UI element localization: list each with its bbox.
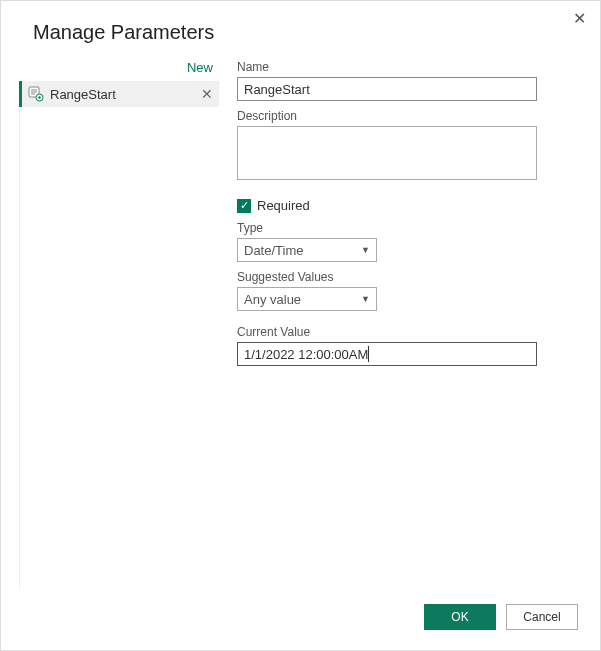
svg-point-5 (38, 96, 41, 99)
sidebar-filler (19, 107, 219, 588)
dialog-body: New RangeStart ✕ Name (19, 58, 582, 588)
suggested-values-value: Any value (244, 292, 301, 307)
name-input[interactable] (237, 77, 537, 101)
required-label: Required (257, 198, 310, 213)
type-label: Type (237, 221, 582, 235)
suggested-values-select[interactable]: Any value ▼ (237, 287, 377, 311)
chevron-down-icon: ▼ (361, 245, 370, 255)
type-value: Date/Time (244, 243, 303, 258)
current-value-text: 1/1/2022 12:00:00AM (244, 347, 368, 362)
type-select[interactable]: Date/Time ▼ (237, 238, 377, 262)
name-label: Name (237, 60, 582, 74)
parameter-item-label: RangeStart (50, 87, 195, 102)
required-checkbox[interactable]: ✓ (237, 199, 251, 213)
required-row: ✓ Required (237, 198, 582, 213)
dialog-title: Manage Parameters (33, 21, 582, 44)
delete-icon[interactable]: ✕ (201, 86, 213, 102)
cancel-button[interactable]: Cancel (506, 604, 578, 630)
suggested-values-label: Suggested Values (237, 270, 582, 284)
description-label: Description (237, 109, 582, 123)
current-value-input[interactable]: 1/1/2022 12:00:00AM (237, 342, 537, 366)
new-link[interactable]: New (19, 58, 219, 81)
parameter-icon (28, 86, 44, 102)
description-input[interactable] (237, 126, 537, 180)
close-icon[interactable]: ✕ (573, 9, 586, 28)
parameter-list-item[interactable]: RangeStart ✕ (19, 81, 219, 107)
current-value-label: Current Value (237, 325, 582, 339)
main-panel: Name Description ✓ Required Type Date/Ti… (237, 58, 582, 588)
chevron-down-icon: ▼ (361, 294, 370, 304)
text-caret (368, 346, 369, 362)
dialog-footer: OK Cancel (424, 604, 578, 630)
manage-parameters-dialog: ✕ Manage Parameters New RangeStart ✕ (0, 0, 601, 651)
sidebar: New RangeStart ✕ (19, 58, 219, 588)
ok-button[interactable]: OK (424, 604, 496, 630)
